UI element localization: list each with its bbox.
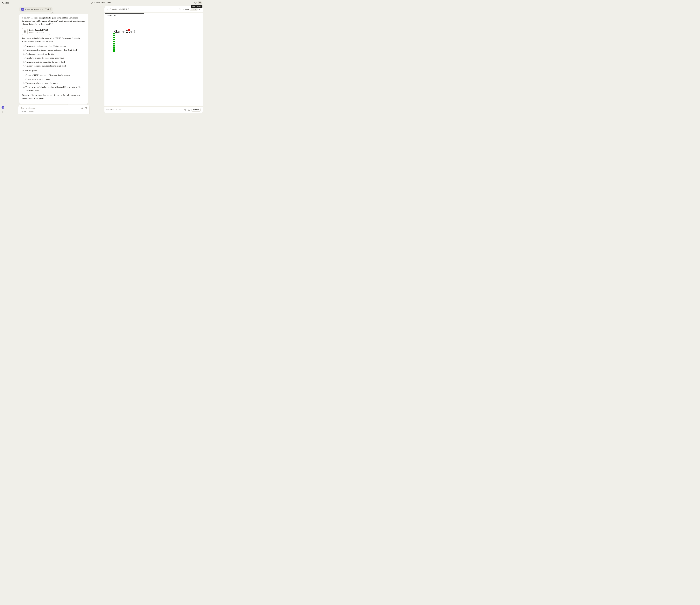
- game-score: Score: 10: [106, 15, 116, 17]
- list-item: The game is rendered on a 400x400 pixel …: [25, 44, 85, 47]
- tab-group: Preview Code: [182, 8, 198, 11]
- avatar: DG: [21, 8, 24, 11]
- snake-segment: [113, 45, 115, 46]
- snake-segment: [113, 39, 115, 40]
- snake-segment: [113, 47, 115, 48]
- globe-icon: [22, 29, 28, 34]
- artifact-panel-title: Snake Game in HTML5: [110, 8, 177, 10]
- composer[interactable]: Reply to Claude... Claude 3.5 Sonnet: [18, 105, 90, 114]
- chevron-down-icon[interactable]: [35, 111, 36, 113]
- list-item: Copy the HTML code into a file with a .h…: [25, 74, 85, 77]
- artifact-title: Snake Game in HTML5: [29, 29, 48, 31]
- camera-icon[interactable]: [85, 107, 87, 109]
- composer-input[interactable]: Reply to Claude...: [21, 107, 35, 109]
- assistant-closing: Would you like me to explain any specifi…: [22, 94, 85, 100]
- list-item: The score increases each time the snake …: [25, 64, 85, 67]
- snake-segment: [113, 37, 115, 39]
- list-item: The snake starts with one segment and gr…: [25, 48, 85, 51]
- sidebar-toggle-icon[interactable]: [2, 111, 4, 113]
- instructions-list: Copy the HTML code into a file with a .h…: [22, 74, 85, 92]
- snake-segment: [113, 48, 115, 50]
- list-item: Food appears randomly on the grid.: [25, 52, 85, 55]
- artifact-subtitle: Click to open website: [29, 32, 48, 34]
- chat-icon: [91, 2, 93, 4]
- svg-point-8: [86, 108, 86, 108]
- list-item: Try to eat as much food as possible with…: [25, 86, 85, 92]
- snake-segment: [113, 35, 115, 37]
- settings-icon[interactable]: [198, 1, 202, 4]
- assistant-message: Certainly! I'll create a simple Snake ga…: [19, 14, 88, 104]
- artifact-panel: Snake Game in HTML5 Preview Code Score: …: [104, 6, 203, 113]
- model-selector[interactable]: 3.5 Sonnet: [27, 111, 34, 113]
- avatar[interactable]: DG: [2, 106, 4, 109]
- game-over-text: Game Over!: [114, 29, 135, 34]
- artifact-card[interactable]: Snake Game in HTML5 Click to open websit…: [22, 28, 50, 35]
- user-message: DG Create a snake game in HTML 5: [19, 7, 52, 12]
- close-icon[interactable]: [199, 8, 201, 10]
- svg-point-3: [200, 2, 200, 3]
- snake-segment: [113, 50, 115, 52]
- composer-brand: Claude: [21, 111, 26, 113]
- list-item: Open the file in a web browser.: [25, 78, 85, 81]
- tooltip-chat-controls: Chat controls: [191, 5, 202, 8]
- food: [128, 29, 130, 31]
- svg-point-4: [200, 3, 200, 3]
- last-edited-text: Last edited just now: [106, 109, 121, 111]
- snake-segment: [113, 33, 115, 34]
- chevron-down-icon[interactable]: [111, 2, 113, 4]
- attachment-icon[interactable]: [81, 107, 83, 109]
- app-name[interactable]: Claude: [2, 1, 9, 4]
- star-icon[interactable]: [194, 1, 197, 4]
- download-icon[interactable]: [188, 109, 190, 111]
- svg-rect-13: [185, 110, 186, 111]
- assistant-intro: Certainly! I'll create a simple Snake ga…: [22, 16, 85, 26]
- edit-icon[interactable]: [51, 10, 54, 14]
- publish-button[interactable]: Publish: [192, 108, 201, 112]
- copy-icon[interactable]: [184, 109, 186, 111]
- assistant-after-card: I've created a simple Snake game using H…: [22, 37, 85, 43]
- user-message-text: Create a snake game in HTML 5: [25, 8, 51, 10]
- snake-segment: [113, 41, 115, 42]
- to-play-heading: To play the game:: [22, 69, 85, 72]
- list-item: The player controls the snake using arro…: [25, 56, 85, 59]
- tab-preview[interactable]: Preview: [182, 8, 191, 11]
- tab-code[interactable]: Code: [191, 8, 197, 11]
- svg-rect-9: [2, 111, 4, 113]
- game-canvas[interactable]: Score: 10 Game Over!: [105, 14, 144, 52]
- back-icon[interactable]: [106, 8, 108, 10]
- list-item: The game ends if the snake hits the wall…: [25, 60, 85, 64]
- explanation-list: The game is rendered on a 400x400 pixel …: [22, 44, 85, 68]
- thread-title[interactable]: HTML5 Snake Game: [94, 2, 110, 4]
- svg-marker-0: [195, 2, 196, 4]
- list-item: Use the arrow keys to control the snake.: [25, 82, 85, 85]
- refresh-icon[interactable]: [179, 8, 181, 10]
- snake-segment: [113, 43, 115, 44]
